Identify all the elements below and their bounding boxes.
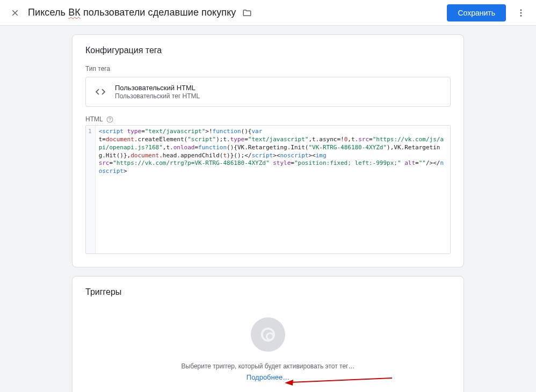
header-bar: Пиксель ВК пользователи сделавшие покупк… [0,0,536,26]
code-token: = [141,128,145,135]
tag-type-sub: Пользовательский тег HTML [115,92,200,100]
tag-config-card: Конфигурация тега Тип тега Пользовательс… [72,34,464,267]
code-token: (){VK.Retargeting.Init( [227,144,308,151]
trigger-placeholder-icon [251,317,285,352]
editor-gutter: 1 [86,126,96,253]
code-token: src [99,159,110,166]
code-token: type [127,128,142,135]
line-number: 1 [88,128,92,135]
page-title[interactable]: Пиксель ВК пользователи сделавшие покупк… [28,7,236,18]
code-token: (){ [241,128,252,135]
svg-point-0 [520,9,522,11]
learn-more-link[interactable]: Подробнее… [247,373,289,381]
code-token: )}();</ [227,152,251,159]
svg-point-1 [520,12,522,13]
code-token: = [244,136,248,143]
code-token: document [131,152,159,159]
code-token: document [106,136,134,143]
trigger-hint-text: Выберите триггер, который будет активиро… [182,362,355,370]
code-token: "https://vk.com/rtrg?p=VK-RTRG-486180-4X… [113,159,269,166]
code-token: /></ [426,159,440,166]
tag-type-main: Пользовательский HTML [115,84,200,92]
code-token: = [369,136,373,143]
code-token: >< [308,152,315,159]
title-part2: пользователи сделавшие покупку [83,7,236,18]
code-icon [95,86,106,98]
tag-type-label: Тип тега [85,65,451,72]
code-token [124,128,127,135]
code-token: noscript [280,152,308,159]
folder-icon[interactable] [242,8,252,18]
code-token: ,t. [163,144,173,151]
title-spellcheck-word: ВК [68,7,81,18]
code-token: ,t. [347,136,358,143]
tag-type-text: Пользовательский HTML Пользовательский т… [115,84,200,100]
editor-body[interactable]: <script type="text/javascript">!function… [96,126,450,253]
tag-type-selector[interactable]: Пользовательский HTML Пользовательский т… [85,77,451,107]
code-token: "position:fixed; left:-999px;" [294,159,401,166]
code-token: function [213,128,241,135]
save-button[interactable]: Сохранить [447,4,506,21]
code-token: script [102,128,124,135]
code-token: .head.appendChild( [159,152,223,159]
code-token: t= [99,136,106,143]
code-token: > [124,168,127,175]
code-token: "" [419,159,426,166]
triggers-card: Триггеры Выберите триггер, который будет… [72,276,464,392]
code-token: src [358,136,369,143]
code-token: ,t.async=! [308,136,344,143]
code-token: >< [273,152,280,159]
more-vert-icon[interactable] [515,6,527,19]
code-token: "text/javascript" [248,136,309,143]
code-token: >! [205,128,212,135]
code-token: alt [404,159,415,166]
svg-point-5 [267,333,274,340]
card-title: Конфигурация тега [85,46,451,55]
trigger-empty-state[interactable]: Выберите триггер, который будет активиро… [85,307,451,381]
content-area: Конфигурация тега Тип тега Пользовательс… [0,26,536,392]
code-token: "script" [187,136,216,143]
code-token: .createElement( [134,136,187,143]
help-icon[interactable] [106,116,113,123]
html-editor[interactable]: 1 <script type="text/javascript">!functi… [85,125,451,254]
code-token: = [415,159,419,166]
close-icon[interactable] [9,6,21,19]
card-title: Триггеры [85,287,451,297]
code-token: = [291,159,294,166]
code-token: script [251,152,273,159]
code-token: onload [173,144,195,151]
title-part1: Пиксель [28,7,66,18]
html-label: HTML [85,115,103,123]
svg-point-2 [520,14,522,16]
code-token: img [316,152,327,159]
code-token: );t. [216,136,230,143]
code-token: var [251,128,262,135]
code-token: type [230,136,245,143]
code-token: style [273,159,291,166]
code-token: function [198,144,227,151]
html-label-row: HTML [85,115,451,123]
code-token: "text/javascript" [145,128,206,135]
code-token: "VK-RTRG-486180-4XYZd" [308,144,387,151]
